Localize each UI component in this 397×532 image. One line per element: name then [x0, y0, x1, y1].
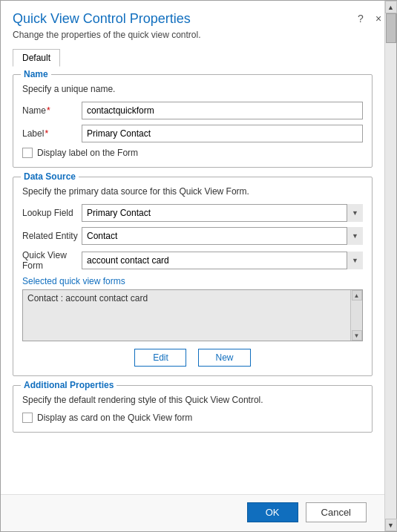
- label-label: Label*: [22, 128, 82, 139]
- selected-scroll-down[interactable]: ▼: [352, 330, 362, 341]
- dialog-header: Quick View Control Properties Change the…: [1, 1, 396, 46]
- edit-new-buttons: Edit New: [22, 349, 363, 367]
- dialog-title: Quick View Control Properties: [13, 11, 355, 27]
- related-select-wrapper: Contact ▼: [82, 227, 363, 245]
- name-label: Name*: [22, 105, 82, 116]
- name-row: Name*: [22, 102, 363, 119]
- lookup-select[interactable]: Primary Contact: [82, 204, 363, 222]
- scroll-thumb[interactable]: [386, 13, 396, 43]
- display-card-row: Display as card on the Quick View form: [22, 413, 363, 423]
- vertical-scrollbar[interactable]: ▲ ▼: [384, 1, 396, 531]
- selected-forms-box: Contact : account contact card ▲ ▼: [22, 289, 363, 341]
- new-button[interactable]: New: [198, 349, 250, 367]
- edit-button[interactable]: Edit: [134, 349, 186, 367]
- dialog-container: ▲ ▼ Quick View Control Properties Change…: [0, 0, 397, 532]
- help-icon[interactable]: ?: [355, 13, 367, 24]
- name-required: *: [47, 105, 50, 116]
- additional-legend: Additional Properties: [21, 380, 117, 390]
- lookup-row: Lookup Field Primary Contact ▼: [22, 204, 363, 222]
- lookup-label: Lookup Field: [22, 208, 82, 218]
- cancel-button[interactable]: Cancel: [306, 502, 367, 522]
- datasource-section: Data Source Specify the primary data sou…: [13, 177, 373, 376]
- display-label-row: Display label on the Form: [22, 148, 363, 158]
- display-label-checkbox[interactable]: [22, 148, 33, 158]
- datasource-legend: Data Source: [21, 171, 79, 182]
- quickview-row: Quick View Form account contact card ▼: [22, 250, 363, 271]
- datasource-description: Specify the primary data source for this…: [22, 186, 363, 197]
- ok-button[interactable]: OK: [247, 502, 298, 522]
- selected-forms-label: Selected quick view forms: [22, 276, 363, 286]
- related-select[interactable]: Contact: [82, 227, 363, 245]
- quickview-select[interactable]: account contact card: [82, 252, 363, 269]
- quickview-label: Quick View Form: [22, 250, 82, 271]
- name-section: Name Specify a unique name. Name* Label*…: [13, 74, 373, 168]
- display-label-text: Display label on the Form: [37, 148, 138, 158]
- dialog-subtitle: Change the properties of the quick view …: [13, 30, 355, 40]
- name-legend: Name: [21, 69, 51, 79]
- selected-forms-item: Contact : account contact card: [27, 293, 148, 303]
- scroll-track: [385, 13, 396, 519]
- related-label: Related Entity: [22, 231, 82, 241]
- selected-scroll-up[interactable]: ▲: [352, 290, 362, 301]
- name-description: Specify a unique name.: [22, 84, 363, 94]
- label-input[interactable]: [82, 125, 363, 142]
- display-card-checkbox[interactable]: [22, 413, 33, 423]
- tab-default[interactable]: Default: [13, 49, 60, 67]
- close-icon[interactable]: ×: [373, 13, 384, 24]
- dialog-footer: OK Cancel: [1, 494, 396, 531]
- dialog-header-icons: ? ×: [355, 11, 384, 24]
- label-row: Label*: [22, 125, 363, 142]
- name-input[interactable]: [82, 102, 363, 119]
- dialog-content: Default Name Specify a unique name. Name…: [1, 46, 384, 494]
- tab-bar: Default: [13, 49, 373, 67]
- additional-description: Specify the default rendering style of t…: [22, 395, 363, 405]
- scroll-down-arrow[interactable]: ▼: [385, 519, 397, 531]
- scroll-up-arrow[interactable]: ▲: [385, 1, 397, 13]
- related-row: Related Entity Contact ▼: [22, 227, 363, 245]
- additional-section: Additional Properties Specify the defaul…: [13, 385, 373, 433]
- display-card-text: Display as card on the Quick View form: [37, 413, 192, 423]
- lookup-select-wrapper: Primary Contact ▼: [82, 204, 363, 222]
- selected-forms-scrollbar[interactable]: ▲ ▼: [350, 290, 362, 341]
- dialog-title-area: Quick View Control Properties Change the…: [13, 11, 355, 40]
- quickview-select-wrapper: account contact card ▼: [82, 252, 363, 269]
- label-required: *: [45, 128, 48, 139]
